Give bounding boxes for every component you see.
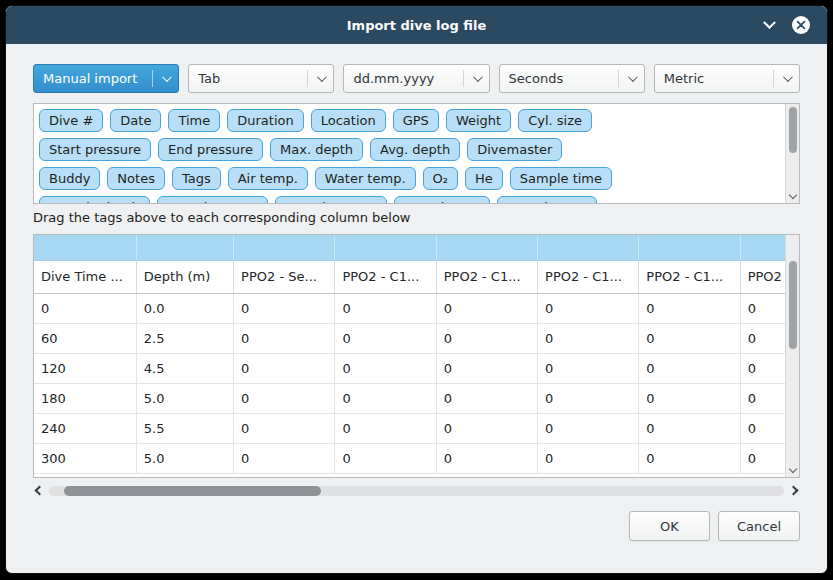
scrollbar-thumb[interactable] (64, 486, 321, 496)
scroll-down-arrow-icon[interactable] (789, 191, 797, 199)
drag-tag[interactable]: Sample pO₂ (394, 196, 491, 203)
table-cell: 60 (34, 323, 136, 353)
table-cell: 0 (538, 443, 639, 473)
table-cell: 0 (436, 293, 537, 323)
table-vertical-scrollbar[interactable] (785, 235, 799, 477)
column-header[interactable]: PPO2 - C1... (436, 260, 537, 293)
horizontal-scrollbar[interactable] (33, 484, 800, 498)
drop-target-cell[interactable] (335, 235, 436, 260)
drag-tag[interactable]: Sample depth (39, 196, 150, 203)
table-cell: 0 (234, 413, 335, 443)
scroll-left-arrow-icon[interactable] (35, 486, 45, 496)
drag-tag[interactable]: Sample temp. (157, 196, 268, 203)
scrollbar-track[interactable] (49, 486, 784, 496)
drop-target-row (34, 235, 800, 260)
close-button[interactable] (791, 15, 811, 35)
tag-row: BuddyNotesTagsAir temp.Water temp.O₂HeSa… (39, 167, 779, 190)
combo-separator (152, 70, 153, 87)
drag-tag[interactable]: Dive # (39, 109, 103, 132)
date-format-combo[interactable]: dd.mm.yyyy (343, 64, 489, 93)
tag-row: Start pressureEnd pressureMax. depthAvg.… (39, 138, 779, 161)
table-cell: 5.0 (136, 383, 233, 413)
titlebar-buttons (765, 6, 811, 44)
combo-row: Manual importTabdd.mm.yyyySecondsMetric (33, 64, 800, 93)
drag-tag[interactable]: Sample CNS (497, 196, 597, 203)
drag-tag[interactable]: End pressure (158, 138, 263, 161)
column-header[interactable]: Dive Time ... (34, 260, 136, 293)
separator-combo[interactable]: Tab (188, 64, 334, 93)
time-format-combo[interactable]: Seconds (499, 64, 645, 93)
preview-table-container: Dive Time ...Depth (m)PPO2 - Se...PPO2 -… (33, 234, 800, 478)
table-cell: 0 (538, 353, 639, 383)
dialog-content: Manual importTabdd.mm.yyyySecondsMetric … (6, 44, 827, 541)
scrollbar-thumb[interactable] (789, 261, 797, 349)
chevron-down-icon (783, 72, 793, 82)
column-header[interactable]: PPO2 - C1... (335, 260, 436, 293)
table-cell: 240 (34, 413, 136, 443)
ok-button[interactable]: OK (629, 511, 710, 541)
drag-tag[interactable]: Tags (172, 167, 221, 190)
table-cell: 0 (538, 323, 639, 353)
drag-tag[interactable]: Sample press. (275, 196, 387, 203)
column-header[interactable]: PPO2 - Se... (234, 260, 335, 293)
table-cell: 0 (639, 353, 740, 383)
drop-target-cell[interactable] (639, 235, 740, 260)
column-header[interactable]: PPO2 - C1... (538, 260, 639, 293)
table-cell: 0 (436, 383, 537, 413)
drop-target-cell[interactable] (136, 235, 233, 260)
drag-tag[interactable]: Air temp. (228, 167, 308, 190)
tag-pool-scrollbar[interactable] (785, 104, 799, 203)
drop-target-cell[interactable] (538, 235, 639, 260)
drag-tag[interactable]: Water temp. (315, 167, 416, 190)
scrollbar-thumb[interactable] (789, 107, 797, 153)
drag-tag[interactable]: Date (110, 109, 161, 132)
combo-separator (463, 70, 464, 87)
drop-target-cell[interactable] (234, 235, 335, 260)
table-cell: 0 (234, 323, 335, 353)
table-cell: 0 (335, 323, 436, 353)
drag-tag[interactable]: Notes (107, 167, 165, 190)
table-cell: 0 (436, 353, 537, 383)
drag-tag[interactable]: Weight (446, 109, 511, 132)
import-type-combo[interactable]: Manual import (33, 64, 179, 93)
table-cell: 0 (538, 383, 639, 413)
close-icon (791, 15, 811, 35)
drag-tag[interactable]: Cyl. size (518, 109, 592, 132)
units-combo[interactable]: Metric (654, 64, 800, 93)
drag-tag[interactable]: Time (168, 109, 220, 132)
drag-tag[interactable]: O₂ (423, 167, 458, 190)
drag-tag[interactable]: Sample time (510, 167, 612, 190)
drop-target-cell[interactable] (436, 235, 537, 260)
table-cell: 120 (34, 353, 136, 383)
preview-table: Dive Time ...Depth (m)PPO2 - Se...PPO2 -… (34, 235, 800, 474)
more-options-button[interactable] (765, 18, 774, 33)
drag-tag[interactable]: Location (311, 109, 386, 132)
table-cell: 180 (34, 383, 136, 413)
table-cell: 0 (234, 443, 335, 473)
titlebar[interactable]: Import dive log file (6, 6, 827, 44)
tag-row: Dive #DateTimeDurationLocationGPSWeightC… (39, 109, 779, 132)
table-cell: 4.5 (136, 353, 233, 383)
table-cell: 0.0 (136, 293, 233, 323)
table-row: 1204.5000000 (34, 353, 800, 383)
drag-tag[interactable]: Buddy (39, 167, 100, 190)
import-dialog-window: Import dive log file Manual importTabdd.… (5, 5, 828, 574)
drag-tag[interactable]: GPS (393, 109, 439, 132)
drag-tag[interactable]: Start pressure (39, 138, 151, 161)
column-header[interactable]: Depth (m) (136, 260, 233, 293)
table-cell: 0 (234, 383, 335, 413)
table-cell: 0 (436, 413, 537, 443)
drag-tag[interactable]: He (465, 167, 503, 190)
column-header[interactable]: PPO2 - C1... (639, 260, 740, 293)
drop-target-cell[interactable] (34, 235, 136, 260)
scroll-down-arrow-icon[interactable] (789, 465, 797, 473)
drag-tag[interactable]: Duration (227, 109, 303, 132)
drag-tag[interactable]: Avg. depth (370, 138, 460, 161)
scroll-right-arrow-icon[interactable] (789, 486, 799, 496)
cancel-button[interactable]: Cancel (718, 511, 800, 541)
tag-rows: Dive #DateTimeDurationLocationGPSWeightC… (34, 104, 799, 203)
date-format-combo-value: dd.mm.yyyy (353, 71, 462, 86)
drag-tag[interactable]: Max. depth (270, 138, 363, 161)
table-cell: 0 (639, 293, 740, 323)
drag-tag[interactable]: Divemaster (467, 138, 562, 161)
